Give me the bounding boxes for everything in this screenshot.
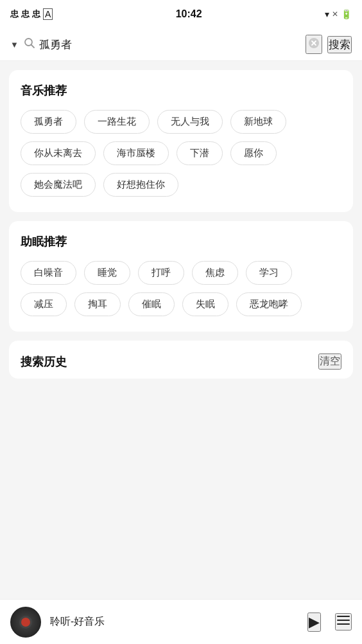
search-clear-button[interactable] bbox=[306, 35, 322, 54]
sleep-tag-3[interactable]: 焦虑 bbox=[192, 261, 238, 285]
music-tag-8[interactable]: 她会魔法吧 bbox=[21, 173, 96, 197]
music-tag-2[interactable]: 无人与我 bbox=[157, 110, 223, 134]
music-section-title: 音乐推荐 bbox=[21, 83, 341, 98]
history-title: 搜索历史 bbox=[21, 354, 67, 370]
music-tag-4[interactable]: 你从未离去 bbox=[21, 141, 96, 165]
music-tag-0[interactable]: 孤勇者 bbox=[21, 110, 76, 134]
signal-blocked-icon: ✕ bbox=[332, 10, 338, 19]
music-tag-6[interactable]: 下潜 bbox=[177, 141, 223, 165]
app-icon-4: A bbox=[43, 8, 53, 20]
main-content: 音乐推荐 孤勇者 一路生花 无人与我 新地球 你从未离去 海市蜃楼 下潜 愿你 … bbox=[0, 61, 362, 443]
sleep-tag-2[interactable]: 打呼 bbox=[138, 261, 184, 285]
search-submit-button[interactable]: 搜索 bbox=[327, 36, 352, 53]
music-recommendations-section: 音乐推荐 孤勇者 一路生花 无人与我 新地球 你从未离去 海市蜃楼 下潜 愿你 … bbox=[9, 70, 353, 212]
music-tag-grid: 孤勇者 一路生花 无人与我 新地球 你从未离去 海市蜃楼 下潜 愿你 她会魔法吧… bbox=[21, 110, 341, 197]
sleep-tag-6[interactable]: 掏耳 bbox=[74, 292, 121, 316]
search-icon bbox=[24, 37, 35, 51]
search-dropdown-button[interactable]: ▼ bbox=[10, 40, 19, 49]
sleep-tag-0[interactable]: 白噪音 bbox=[21, 261, 76, 285]
search-history-section: 搜索历史 清空 bbox=[9, 341, 353, 379]
music-tag-5[interactable]: 海市蜃楼 bbox=[103, 141, 169, 165]
app-icon-1: 忠 bbox=[10, 8, 19, 20]
search-bar: ▼ 搜索 bbox=[0, 28, 362, 61]
app-icon-2: 忠 bbox=[21, 8, 30, 20]
wifi-icon: ▾ bbox=[325, 9, 329, 19]
app-icon-3: 忠 bbox=[32, 8, 40, 20]
sleep-tag-7[interactable]: 催眠 bbox=[128, 292, 175, 316]
battery-icon: 🔋 bbox=[341, 9, 352, 19]
music-tag-7[interactable]: 愿你 bbox=[230, 141, 277, 165]
dropdown-arrow-icon: ▼ bbox=[10, 40, 19, 49]
player-track-name: 聆听-好音乐 bbox=[50, 615, 298, 629]
search-input[interactable] bbox=[39, 38, 300, 51]
status-time: 10:42 bbox=[176, 8, 202, 20]
sleep-tag-grid: 白噪音 睡觉 打呼 焦虑 学习 减压 掏耳 催眠 失眠 恶龙咆哮 bbox=[21, 261, 341, 316]
svg-line-1 bbox=[31, 45, 34, 48]
history-header: 搜索历史 清空 bbox=[21, 353, 341, 370]
music-tag-3[interactable]: 新地球 bbox=[230, 110, 286, 134]
bottom-player: 聆听-好音乐 ▶ bbox=[0, 599, 362, 644]
sleep-tag-1[interactable]: 睡觉 bbox=[84, 261, 130, 285]
player-list-button[interactable] bbox=[335, 613, 352, 631]
sleep-tag-9[interactable]: 恶龙咆哮 bbox=[236, 292, 302, 316]
player-play-button[interactable]: ▶ bbox=[307, 613, 321, 632]
player-album-art[interactable] bbox=[10, 607, 41, 638]
sleep-tag-4[interactable]: 学习 bbox=[246, 261, 292, 285]
history-clear-button[interactable]: 清空 bbox=[318, 353, 341, 370]
music-tag-1[interactable]: 一路生花 bbox=[84, 110, 150, 134]
sleep-tag-5[interactable]: 减压 bbox=[21, 292, 67, 316]
app-icons: 忠 忠 忠 A bbox=[10, 8, 53, 20]
sleep-tag-8[interactable]: 失眠 bbox=[182, 292, 228, 316]
sleep-section-title: 助眠推荐 bbox=[21, 234, 341, 249]
music-tag-9[interactable]: 好想抱住你 bbox=[103, 173, 178, 197]
status-icons-right: ▾ ✕ 🔋 bbox=[325, 9, 352, 19]
sleep-recommendations-section: 助眠推荐 白噪音 睡觉 打呼 焦虑 学习 减压 掏耳 催眠 失眠 恶龙咆哮 bbox=[9, 221, 353, 332]
search-input-wrapper bbox=[24, 37, 300, 51]
status-bar: 忠 忠 忠 A 10:42 ▾ ✕ 🔋 bbox=[0, 0, 362, 28]
